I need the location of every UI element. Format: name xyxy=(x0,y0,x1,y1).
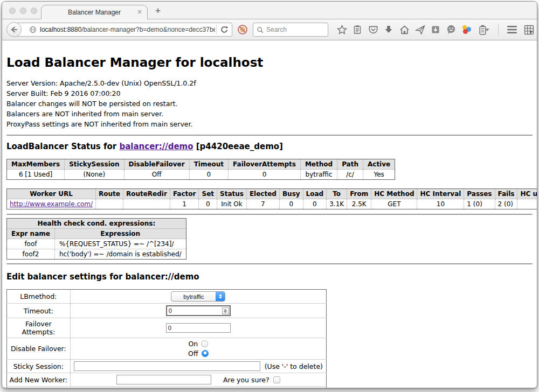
menu-icon[interactable] xyxy=(506,24,519,35)
radio-on[interactable] xyxy=(201,340,208,347)
cell-elected: 7 xyxy=(246,199,279,209)
cell-set: 0 xyxy=(199,199,217,209)
toolbar-separator xyxy=(498,24,499,36)
col-status: Status xyxy=(217,189,247,199)
col-active: Active xyxy=(363,159,395,170)
bookmark-star-icon[interactable] xyxy=(336,24,347,35)
worker-url-link[interactable]: http://www.example.com/ xyxy=(10,200,93,208)
timeout-row: Timeout: xyxy=(7,304,327,318)
submit-row: Submit xyxy=(7,387,327,389)
search-bar[interactable] xyxy=(253,23,328,37)
add-worker-input[interactable] xyxy=(116,375,211,384)
status-heading: LoadBalancer Status for balancer://demo … xyxy=(6,142,533,151)
col-timeout: Timeout xyxy=(189,159,228,170)
lbmethod-label: LBmethod: xyxy=(7,290,71,304)
col-routeredir: RouteRedir xyxy=(123,189,170,199)
col-from: From xyxy=(347,189,371,199)
sticky-session-input[interactable] xyxy=(74,361,260,371)
col-hc-method: HC Method xyxy=(371,189,417,199)
cell-to: 3.1K xyxy=(327,199,347,209)
health-row: foof2 hc('body') =~ /domain is establish… xyxy=(7,249,186,260)
col-worker-url: Worker URL xyxy=(7,189,96,199)
traffic-lights xyxy=(9,8,37,14)
titlebar: Balancer Manager × + xyxy=(2,2,537,19)
lbmethod-select[interactable]: bytraffic xyxy=(171,291,225,302)
add-worker-row: Add New Worker: Are you sure? xyxy=(7,373,327,387)
cell-method: bytraffic xyxy=(300,170,337,180)
tab-balancer-manager[interactable]: Balancer Manager × xyxy=(41,5,148,19)
col-hc-interval: HC Interval xyxy=(417,189,464,199)
navigation-toolbar: localhost:8880/balancer-manager?b=demo&n… xyxy=(2,19,537,40)
balancer-header-row: MaxMembers StickySession DisableFailover… xyxy=(7,159,395,170)
reload-icon[interactable] xyxy=(220,25,229,34)
sticky-session-row: Sticky Session: (Use '-' to delete) xyxy=(7,360,327,373)
col-load: Load xyxy=(303,189,327,199)
url-path: /balancer-manager?b=demo&nonce=decc37be-… xyxy=(81,26,215,33)
search-input[interactable] xyxy=(266,26,320,33)
sticky-session-label: Sticky Session: xyxy=(7,360,71,373)
divider xyxy=(6,263,533,264)
failover-attempts-input[interactable] xyxy=(166,323,231,333)
back-button[interactable] xyxy=(6,22,22,37)
radio-off[interactable] xyxy=(202,350,209,357)
save-page-icon[interactable] xyxy=(430,24,441,35)
cell-timeout: 0 xyxy=(189,170,228,180)
new-tab-button[interactable]: + xyxy=(155,5,161,16)
cell-expression: %{REQUEST_STATUS} =~ /^[234]/ xyxy=(54,239,186,249)
col-expr-name: Expr name xyxy=(7,229,55,239)
close-window-button[interactable] xyxy=(9,8,16,14)
are-you-sure-label: Are you sure? xyxy=(223,376,270,384)
worker-data-row: http://www.example.com/ 1 0 Init Ok 7 0 … xyxy=(7,199,537,209)
cell-hc-interval: 10 xyxy=(417,199,464,209)
disable-failover-row: Disable Failover: On Off xyxy=(7,338,327,360)
balancer-settings-form: LBmethod: bytraffic Timeout: Failover At… xyxy=(6,289,327,388)
proxypass-note: ProxyPass settings are NOT inherited fro… xyxy=(6,119,533,129)
send-tab-icon[interactable] xyxy=(414,24,425,35)
balancer-data-row: 6 [1 Used] (None) Off 0 0 bytraffic /c/ … xyxy=(7,170,395,180)
number-spinner-icon[interactable] xyxy=(222,307,229,314)
are-you-sure-checkbox[interactable] xyxy=(273,376,280,383)
col-elected: Elected xyxy=(246,189,279,199)
cell-status: Init Ok xyxy=(217,199,247,209)
server-version: Server Version: Apache/2.5.0-dev (Unix) … xyxy=(6,78,533,88)
url-bar[interactable]: localhost:8880/balancer-manager?b=demo&n… xyxy=(17,23,232,37)
sticky-session-hint: (Use '-' to delete) xyxy=(265,362,323,370)
server-info: Server Version: Apache/2.5.0-dev (Unix) … xyxy=(6,78,533,129)
cell-routeredir xyxy=(123,199,170,209)
hello-chat-icon[interactable] xyxy=(446,24,457,35)
container-icon[interactable] xyxy=(477,24,491,35)
url-text: localhost:8880/balancer-manager?b=demo&n… xyxy=(40,26,215,33)
colored-dots-icon[interactable] xyxy=(461,24,472,35)
worker-header-row: Worker URL Route RouteRedir Factor Set S… xyxy=(7,189,537,199)
col-factor: Factor xyxy=(170,189,199,199)
cell-hc-method: GET xyxy=(371,199,417,209)
failover-attempts-label: Failover Attempts: xyxy=(7,318,71,338)
col-stickysession: StickySession xyxy=(65,159,124,170)
minimize-window-button[interactable] xyxy=(20,8,26,14)
cell-expression: hc('body') =~ /domain is established/ xyxy=(54,249,186,260)
col-hc-uri: HC uri xyxy=(517,189,537,199)
balancer-link[interactable]: balancer://demo xyxy=(119,142,193,151)
reading-list-icon[interactable] xyxy=(352,24,363,35)
radio-off-label: Off xyxy=(188,349,198,358)
cell-stickysession: (None) xyxy=(65,170,124,180)
timeout-label: Timeout: xyxy=(7,304,71,318)
page-content: Load Balancer Manager for localhost Serv… xyxy=(2,40,537,388)
cell-fails: 2 (0) xyxy=(495,199,517,209)
browser-window: Balancer Manager × + localhost:8880/bala… xyxy=(2,1,537,388)
back-arrow-icon xyxy=(9,24,19,35)
zoom-window-button[interactable] xyxy=(31,8,37,14)
tab-close-icon[interactable]: × xyxy=(137,8,142,16)
timeout-input[interactable] xyxy=(166,305,231,316)
home-icon[interactable] xyxy=(399,24,410,35)
page-tiles-icon[interactable] xyxy=(523,24,534,35)
divider xyxy=(6,135,533,136)
cell-factor: 1 xyxy=(170,199,199,209)
cell-hc-uri xyxy=(517,199,537,209)
pocket-icon[interactable] xyxy=(368,24,378,35)
col-method: Method xyxy=(300,159,337,170)
download-icon[interactable] xyxy=(383,24,394,35)
search-icon xyxy=(257,26,264,33)
blocked-plugin-icon[interactable] xyxy=(237,24,248,35)
cell-disablefailover: Off xyxy=(124,170,189,180)
